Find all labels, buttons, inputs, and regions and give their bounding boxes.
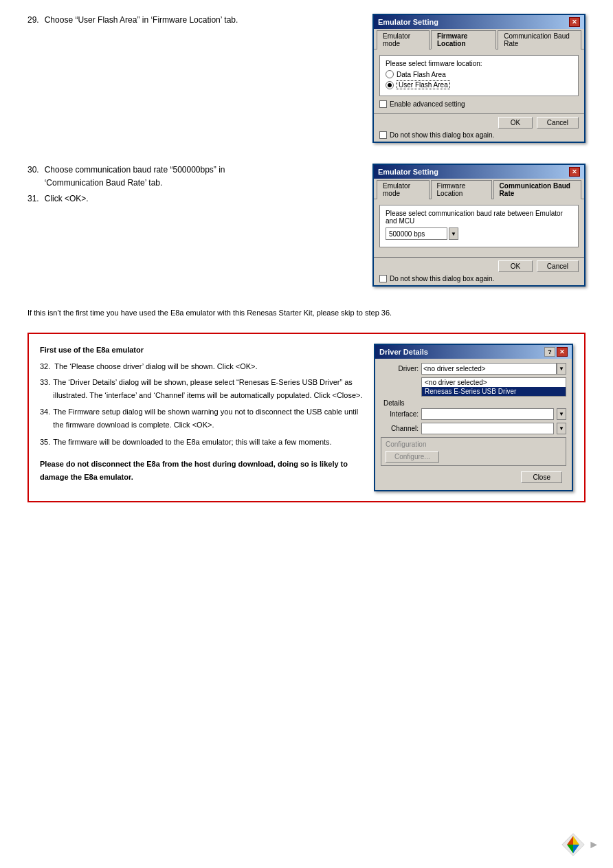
- dialog-1-footer-buttons: OK Cancel: [379, 117, 579, 129]
- close-button[interactable]: Close: [521, 471, 562, 483]
- baud-rate-dropdown: 500000 bps ▼: [386, 227, 572, 240]
- radio-user-flash-dot[interactable]: [386, 81, 394, 89]
- driver-field-label: Driver:: [381, 365, 419, 372]
- driver-dialog-title: Driver Details: [379, 348, 428, 356]
- driver-details-dialog: Driver Details ? ✕ Driver: <no driver se: [374, 344, 573, 491]
- do-not-show-label-2: Do not show this dialog box again.: [390, 275, 494, 282]
- next-page-arrow[interactable]: ►: [588, 838, 599, 851]
- channel-arrow[interactable]: ▼: [557, 423, 566, 434]
- driver-select[interactable]: <no driver selected>: [421, 363, 557, 375]
- enable-advanced-label: Enable advanced setting: [390, 100, 465, 108]
- titlebar-controls-2: ✕: [569, 167, 580, 177]
- close-button-1[interactable]: ✕: [569, 17, 580, 27]
- enable-advanced-row: Enable advanced setting: [379, 100, 579, 108]
- details-label: Details: [383, 399, 566, 407]
- cancel-button-1[interactable]: Cancel: [537, 117, 579, 129]
- channel-select[interactable]: [421, 423, 554, 434]
- first-use-text: First use of the E8a emulator 32. The ‘P…: [40, 344, 363, 487]
- step-30-line1: Choose communication baud rate “500000bp…: [45, 164, 225, 177]
- step-35-text: The firmware will be downloaded to the E…: [53, 436, 331, 449]
- tab-comm-baud-1[interactable]: Communication Baud Rate: [498, 30, 581, 49]
- enable-advanced-checkbox[interactable]: [379, 100, 387, 108]
- driver-listbox[interactable]: <no driver selected> Renesas E-Series US…: [421, 377, 566, 397]
- do-not-show-checkbox-1[interactable]: [379, 131, 387, 139]
- emulator-setting-dialog-1: Emulator Setting ✕ Emulator mode Firmwar…: [372, 14, 586, 143]
- step-35-number: 35.: [40, 436, 50, 452]
- first-use-content: First use of the E8a emulator 32. The ‘P…: [40, 344, 573, 491]
- step-33-number: 33.: [40, 376, 50, 404]
- driver-titlebar-controls: ? ✕: [544, 347, 568, 357]
- interface-arrow[interactable]: ▼: [557, 408, 566, 420]
- dialog-1-footer: OK Cancel Do not show this dialog box ag…: [374, 113, 584, 142]
- first-use-heading: First use of the E8a emulator: [40, 344, 363, 357]
- driver-close-x[interactable]: ✕: [557, 347, 568, 357]
- configure-button[interactable]: Configure...: [386, 451, 439, 463]
- page-footer: ►: [561, 832, 599, 857]
- baud-rate-select[interactable]: 500000 bps: [386, 227, 447, 240]
- radio-user-flash[interactable]: User Flash Area: [386, 80, 572, 89]
- step-30-number: 30.: [27, 164, 39, 190]
- dialog-1-titlebar: Emulator Setting ✕: [374, 15, 584, 29]
- tab-emulator-mode-1[interactable]: Emulator mode: [377, 30, 430, 49]
- step-33-text: The ‘Driver Details’ dialog will be show…: [53, 376, 363, 401]
- driver-dropdown-arrow[interactable]: ▼: [557, 363, 566, 375]
- config-label: Configuration: [386, 441, 561, 448]
- section-30-31: 30. Choose communication baud rate “5000…: [27, 164, 586, 287]
- step-34-text: The Firmware setup dialog will be shown …: [53, 405, 363, 431]
- tab-firmware-location[interactable]: Firmware Location: [431, 30, 496, 49]
- section-29-dialog: Emulator Setting ✕ Emulator mode Firmwar…: [372, 14, 586, 143]
- radio-data-flash-dot[interactable]: [386, 70, 394, 78]
- skip-info-text: If this isn’t the first time you have us…: [27, 307, 586, 319]
- listbox-item-renesas[interactable]: Renesas E-Series USB Driver: [422, 387, 566, 396]
- cancel-button-2[interactable]: Cancel: [537, 260, 579, 272]
- driver-footer: Close: [381, 469, 566, 486]
- dialog-2-body: Please select communication baud rate be…: [374, 199, 584, 257]
- do-not-show-row-1: Do not show this dialog box again.: [379, 131, 579, 139]
- warning-text: Please do not disconnect the E8a from th…: [40, 458, 363, 483]
- step-29-number: 29.: [27, 14, 39, 27]
- dialog-2-footer: OK Cancel Do not show this dialog box ag…: [374, 257, 584, 285]
- step-31-number: 31.: [27, 192, 39, 205]
- interface-label: Interface:: [381, 410, 419, 418]
- listbox-item-none[interactable]: <no driver selected>: [422, 378, 566, 387]
- section-29-text: 29. Choose “User Flash Area” in ‘Firmwar…: [27, 14, 359, 27]
- dialog-2-tabs: Emulator mode Firmware Location Communic…: [374, 179, 584, 199]
- help-button[interactable]: ?: [544, 347, 555, 357]
- section-29: 29. Choose “User Flash Area” in ‘Firmwar…: [27, 14, 586, 143]
- dialog-2-footer-buttons: OK Cancel: [379, 260, 579, 272]
- interface-select[interactable]: [421, 408, 554, 420]
- tab-comm-baud-2[interactable]: Communication Baud Rate: [493, 180, 581, 199]
- step-34-number: 34.: [40, 405, 50, 434]
- page-content: 29. Choose “User Flash Area” in ‘Firmwar…: [27, 14, 586, 516]
- radio-data-flash-label: Data Flash Area: [397, 71, 446, 78]
- driver-dialog-titlebar: Driver Details ? ✕: [375, 345, 572, 359]
- firmware-location-label: Please select firmware location:: [386, 60, 572, 67]
- baud-rate-group: Please select communication baud rate be…: [379, 205, 579, 247]
- driver-dialog-body: Driver: <no driver selected> ▼ <no drive…: [375, 359, 572, 490]
- step-30-body: Choose communication baud rate “500000bp…: [45, 164, 225, 190]
- baud-rate-arrow[interactable]: ▼: [449, 227, 458, 240]
- driver-details-dialog-wrap: Driver Details ? ✕ Driver: <no driver se: [374, 344, 573, 491]
- dialog-1-tabs: Emulator mode Firmware Location Communic…: [374, 29, 584, 49]
- do-not-show-checkbox-2[interactable]: [379, 275, 387, 282]
- ok-button-1[interactable]: OK: [498, 117, 533, 129]
- section-30-dialog: Emulator Setting ✕ Emulator mode Firmwar…: [372, 164, 586, 287]
- titlebar-controls-1: ✕: [569, 17, 580, 27]
- dialog-2-titlebar: Emulator Setting ✕: [374, 165, 584, 179]
- radio-user-flash-label: User Flash Area: [397, 80, 450, 89]
- driver-row: Driver: <no driver selected> ▼: [381, 363, 566, 375]
- tab-emulator-mode-2[interactable]: Emulator mode: [377, 180, 430, 199]
- step-31-text: Click <OK>.: [45, 192, 89, 205]
- dialog-1-title: Emulator Setting: [378, 18, 438, 26]
- close-button-2[interactable]: ✕: [569, 167, 580, 177]
- step-32: 32. The ‘Please choose driver’ dialog wi…: [40, 360, 363, 373]
- do-not-show-row-2: Do not show this dialog box again.: [379, 275, 579, 282]
- baud-rate-label: Please select communication baud rate be…: [386, 210, 572, 225]
- dialog-2-title: Emulator Setting: [378, 168, 438, 176]
- interface-row: Interface: ▼: [381, 408, 566, 420]
- tab-firmware-location-2[interactable]: Firmware Location: [431, 180, 492, 199]
- step-29-content: Choose “User Flash Area” in ‘Firmware Lo…: [45, 14, 238, 27]
- radio-data-flash[interactable]: Data Flash Area: [386, 70, 572, 78]
- dialog-1-body: Please select firmware location: Data Fl…: [374, 49, 584, 113]
- ok-button-2[interactable]: OK: [498, 260, 533, 272]
